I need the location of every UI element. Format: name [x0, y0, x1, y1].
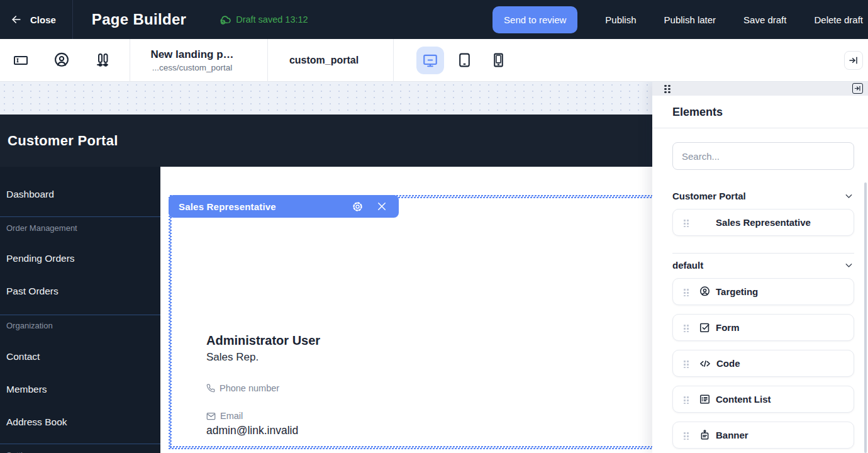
group-header-default[interactable]: default — [672, 260, 854, 271]
sidebar-item-dashboard[interactable]: Dashboard — [0, 188, 160, 200]
sidebar-divider — [0, 216, 160, 217]
element-label: Sales Representative — [673, 217, 854, 228]
app-title: Page Builder — [92, 11, 186, 28]
close-label: Close — [30, 14, 56, 25]
delete-draft-button[interactable]: Delete draft — [814, 14, 863, 25]
drag-handle-icon[interactable] — [683, 323, 689, 332]
gear-icon — [352, 201, 364, 213]
panel-title: Elements — [672, 106, 854, 119]
site-sidebar: Dashboard Order Management Pending Order… — [0, 167, 160, 453]
elements-panel: Elements Customer Portal Sales Represent… — [652, 81, 868, 453]
element-card-sales-representative[interactable]: Sales Representative — [672, 209, 854, 236]
save-draft-button[interactable]: Save draft — [743, 14, 786, 25]
search-input[interactable] — [672, 142, 854, 170]
selection-border — [169, 195, 172, 449]
element-card-code[interactable]: Code — [672, 350, 854, 377]
drag-handle-icon[interactable] — [683, 359, 689, 368]
back-arrow-icon — [10, 13, 23, 26]
arrow-to-bar-icon — [849, 55, 859, 65]
selection-border — [169, 446, 652, 449]
group-header-customer-portal[interactable]: Customer Portal — [672, 191, 854, 201]
site-header: Customer Portal — [0, 115, 652, 167]
group-name: default — [672, 260, 703, 271]
page-selector[interactable]: New landing p… ...cess/custom_portal — [130, 48, 254, 72]
chevron-down-icon — [843, 260, 854, 271]
sidebar-item-address-book[interactable]: Address Book — [0, 416, 160, 428]
builder-toolbar: New landing p… ...cess/custom_portal cus… — [0, 39, 868, 82]
sidebar-section-organization: Organization — [0, 322, 160, 330]
sidebar-item-contact[interactable]: Contact — [0, 350, 160, 362]
top-bar: Close Page Builder Draft saved 13:12 Sen… — [0, 0, 868, 39]
email-icon — [206, 411, 216, 421]
panel-scrollbar[interactable] — [864, 182, 867, 453]
page-content-area: Sales Representative — [160, 167, 652, 453]
sidebar-item-past-orders[interactable]: Past Orders — [0, 285, 160, 297]
form-icon — [699, 322, 711, 333]
rep-name: Administrator User — [206, 333, 320, 348]
phone-field-label: Phone number — [220, 383, 279, 393]
targeting-icon — [699, 286, 711, 298]
element-card-banner[interactable]: Banner — [672, 422, 854, 449]
device-tablet-button[interactable] — [450, 47, 478, 74]
collapse-panel-button[interactable] — [844, 51, 863, 70]
sidebar-divider — [0, 444, 160, 444]
group-name: Customer Portal — [672, 191, 746, 201]
element-label: Code — [716, 358, 740, 369]
selected-element-name: Sales Representative — [169, 201, 276, 212]
audience-button[interactable] — [48, 47, 75, 74]
panel-drag-strip[interactable] — [652, 81, 868, 96]
sales-rep-widget: Administrator User Sales Rep. Phone numb… — [206, 333, 320, 437]
element-card-targeting[interactable]: Targeting — [672, 278, 854, 305]
element-card-content-list[interactable]: Content List — [672, 386, 854, 413]
sidebar-item-pending-orders[interactable]: Pending Orders — [0, 252, 160, 264]
element-label: Targeting — [716, 286, 758, 297]
vertical-sliders-icon — [94, 52, 111, 69]
chevron-down-icon — [843, 191, 854, 201]
device-mobile-button[interactable] — [484, 47, 512, 74]
tab-custom-portal[interactable]: custom_portal — [268, 55, 380, 66]
sidebar-divider — [0, 315, 160, 315]
person-circle-icon — [53, 52, 70, 69]
page-name: New landing p… — [130, 48, 254, 61]
email-field-label: Email — [220, 411, 243, 421]
element-label: Banner — [716, 430, 748, 440]
publish-later-button[interactable]: Publish later — [664, 14, 716, 25]
drag-handle-icon[interactable] — [683, 431, 689, 440]
tablet-icon — [457, 52, 472, 68]
arrow-to-bar-icon — [854, 85, 861, 92]
group-divider — [672, 253, 854, 254]
input-field-icon — [13, 52, 29, 69]
element-settings-button[interactable] — [352, 201, 364, 213]
element-label: Content List — [716, 394, 771, 405]
rep-role: Sales Rep. — [206, 351, 320, 364]
desktop-icon — [422, 52, 438, 69]
close-button[interactable]: Close — [0, 0, 72, 39]
send-to-review-button[interactable]: Send to review — [492, 6, 577, 33]
sidebar-section-order-management: Order Management — [0, 224, 160, 233]
selected-element-toolbar: Sales Representative — [169, 195, 399, 218]
sidebar-item-members[interactable]: Members — [0, 383, 160, 395]
drag-handle-icon[interactable] — [663, 84, 670, 93]
email-value: admin@link.invalid — [206, 424, 320, 437]
panel-collapse-button[interactable] — [852, 83, 863, 94]
panel-divider — [652, 128, 868, 128]
page-path: ...cess/custom_portal — [130, 63, 254, 72]
drag-handle-icon[interactable] — [683, 288, 689, 296]
close-icon — [376, 201, 387, 212]
element-remove-button[interactable] — [376, 201, 387, 212]
site-title: Customer Portal — [0, 133, 118, 149]
toolbar-divider — [393, 39, 394, 82]
publish-button[interactable]: Publish — [605, 14, 636, 25]
phone-icon — [206, 384, 215, 393]
settings-sliders-button[interactable] — [89, 47, 116, 74]
element-label: Form — [716, 322, 740, 333]
draft-status: Draft saved 13:12 — [219, 14, 308, 26]
drag-handle-icon[interactable] — [683, 395, 689, 404]
banner-icon — [699, 429, 711, 441]
selected-element[interactable]: Sales Representative — [169, 195, 652, 449]
text-input-element-button[interactable] — [7, 47, 35, 74]
device-desktop-button[interactable] — [416, 47, 444, 74]
cloud-check-icon — [219, 14, 231, 26]
content-list-icon — [699, 393, 711, 405]
element-card-form[interactable]: Form — [672, 314, 854, 341]
